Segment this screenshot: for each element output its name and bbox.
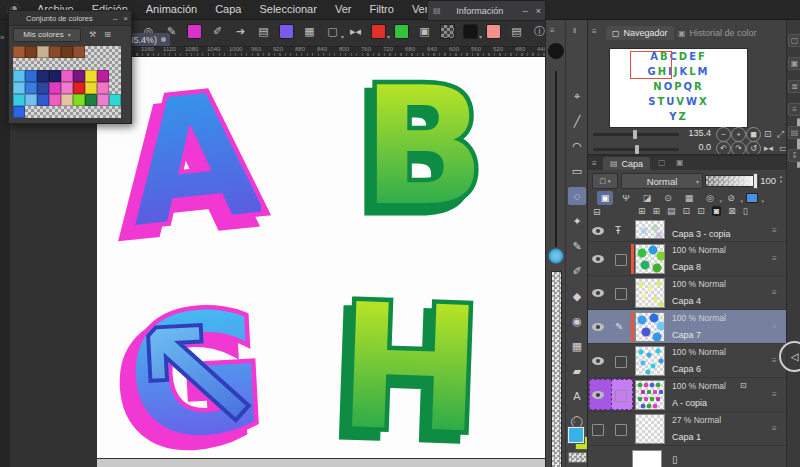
expand-left-panel-icon[interactable]: » — [0, 33, 4, 42]
color-swatch-3-1[interactable] — [25, 82, 37, 94]
draft-layer-icon[interactable]: ⊘▾ — [723, 191, 739, 205]
layer-color-icon[interactable]: ▾ — [744, 191, 760, 205]
color-set-window[interactable]: Conjunto de colores – × Mis colores ▾ ⚒ … — [8, 10, 132, 124]
color-swatch-1-0[interactable] — [13, 58, 25, 70]
layer-row-Capa 6[interactable]: 100 % NormalCapa 6≡ — [588, 344, 789, 378]
color-swatch-0-7[interactable] — [97, 46, 109, 58]
color-swatch-1-5[interactable] — [73, 58, 85, 70]
menu-item-4[interactable]: Seleccionar — [250, 0, 325, 19]
layers-icon[interactable]: ▤ — [252, 21, 275, 42]
layer-info-tab-icon[interactable]: ▣ — [676, 158, 684, 167]
color-swatch-5-6[interactable] — [85, 106, 97, 118]
decoration-tool[interactable]: ▦ — [568, 337, 586, 355]
layer-drag-handle[interactable]: ≡ — [772, 322, 777, 331]
color-swatch-4-6[interactable] — [85, 94, 97, 106]
close-button[interactable]: × — [532, 6, 545, 16]
card-icon[interactable]: ▤ — [505, 21, 528, 42]
layer-drag-handle[interactable]: ≡ — [772, 356, 777, 365]
layer-visibility-eye-icon[interactable] — [592, 323, 604, 331]
eraser-tool[interactable]: ◆ — [568, 287, 586, 305]
pink-swatch[interactable] — [482, 21, 505, 42]
opacity-stepper[interactable]: ▲▼ — [779, 174, 783, 184]
color-swatch-0-1[interactable] — [25, 46, 37, 58]
dock-item-bank-icon[interactable]: ▤ — [788, 126, 800, 139]
line-tool[interactable]: ╱ — [568, 112, 586, 130]
layer-thumbnail[interactable] — [635, 278, 665, 308]
color-swatch-4-5[interactable] — [73, 94, 85, 106]
dock-layer-property-icon[interactable]: ≡ — [788, 103, 800, 116]
layer-thumbnail[interactable] — [635, 312, 665, 342]
layer-row-Capa 7[interactable]: ✎100 % NormalCapa 7≡ — [588, 310, 789, 344]
color-swatch-3-4[interactable] — [61, 82, 73, 94]
brush-size-slider-thumb[interactable] — [548, 248, 564, 264]
layer-row-Capa 3 - copia[interactable]: ŦCapa 3 - copia≡ — [588, 220, 789, 242]
airbrush-tool[interactable]: ✐ — [568, 262, 586, 280]
layer-drag-handle[interactable]: ≡ — [772, 288, 777, 297]
zoom-in-button[interactable]: + — [731, 127, 746, 142]
color-swatch-3-0[interactable] — [13, 82, 25, 94]
color-swatch-0-2[interactable] — [37, 46, 49, 58]
color-swatch-4-2[interactable] — [37, 94, 49, 106]
layer-visibility-checkbox[interactable] — [592, 424, 604, 436]
color-swatch-3-2[interactable] — [37, 82, 49, 94]
color-swatch-0-4[interactable] — [61, 46, 73, 58]
merge-to-lower-icon[interactable]: ⊡ — [697, 206, 705, 216]
menu-icon[interactable]: ≡ — [550, 26, 555, 35]
color-swatch-4-8[interactable] — [109, 94, 121, 106]
brush-size-slider[interactable] — [555, 71, 557, 247]
color-swatch-5-3[interactable] — [49, 106, 61, 118]
color-swatch-2-7[interactable] — [97, 70, 109, 82]
purple-swatch[interactable] — [275, 21, 298, 42]
color-swatch-5-2[interactable] — [37, 106, 49, 118]
transfer-to-lower-icon[interactable]: ⊡ — [683, 206, 691, 216]
expand-icon[interactable]: ⤢ — [777, 129, 784, 140]
menu-item-3[interactable]: Capa — [206, 0, 250, 19]
save-icon[interactable]: ▣ — [413, 21, 436, 42]
red-swatch[interactable]: ▾ — [367, 21, 390, 42]
rotate-slider[interactable] — [593, 148, 679, 151]
color-swatch-1-3[interactable] — [49, 58, 61, 70]
layer-search-tab-icon[interactable]: ▢ — [658, 158, 666, 167]
layer-row-A - copia[interactable]: 100 % NormalA - copia⊡≡ — [588, 378, 789, 412]
layer-mask-icon[interactable]: ◙ — [712, 206, 721, 216]
new-layer-settings-icon[interactable]: ⊞ — [653, 206, 661, 216]
color-set-select[interactable]: Mis colores ▾ — [13, 28, 81, 42]
color-swatch-2-3[interactable] — [49, 70, 61, 82]
layer-thumbnail[interactable] — [635, 380, 665, 410]
split-view-icon[interactable]: ⊟ — [593, 207, 601, 217]
tab-navigator[interactable]: ▢ Navegador — [606, 26, 674, 40]
minimize-button[interactable]: – — [110, 14, 120, 23]
zoom-out-button[interactable]: − — [716, 127, 731, 142]
layer-drag-handle[interactable]: ≡ — [772, 254, 777, 263]
color-swatch-5-0[interactable] — [13, 106, 25, 118]
lock-transparent-icon[interactable]: Ψ — [618, 191, 634, 205]
color-swatch-5-1[interactable] — [25, 106, 37, 118]
flip-icon[interactable]: ▸◂ — [344, 21, 367, 42]
clip-to-layer-icon[interactable]: ▣ — [597, 191, 613, 205]
color-swatch-1-2[interactable] — [37, 58, 49, 70]
layer-visibility-eye-icon[interactable] — [592, 357, 604, 365]
color-swatch-0-5[interactable] — [73, 46, 85, 58]
layer-checkbox[interactable] — [615, 390, 627, 402]
sub-view-icon[interactable]: ⊡ — [764, 129, 772, 139]
color-swatch-0-3[interactable] — [49, 46, 61, 58]
layer-thumbnail[interactable] — [635, 346, 665, 376]
layer-thumbnail[interactable] — [635, 244, 665, 274]
color-swatch-3-7[interactable] — [97, 82, 109, 94]
blend-tool[interactable]: ◉ — [568, 312, 586, 330]
operation-tool[interactable]: ⌖ — [568, 87, 586, 105]
color-swatch-3-8[interactable] — [109, 82, 121, 94]
navigator-preview[interactable]: ABCDEFGHIJKLMNOPQRSTUVWXYZ — [609, 48, 748, 128]
curve-tool[interactable]: ◠ — [568, 137, 586, 155]
reference-layer-icon[interactable]: ◎▾ — [702, 191, 718, 205]
layer-opacity-thumb[interactable] — [753, 173, 758, 189]
layer-thumbnail[interactable] — [635, 220, 665, 239]
new-folder-icon[interactable]: ▤ — [667, 206, 676, 216]
color-swatch-2-0[interactable] — [13, 70, 25, 82]
color-swatch-1-4[interactable] — [61, 58, 73, 70]
delete-layer-icon[interactable]: ▯ — [743, 206, 748, 216]
tab-color-history[interactable]: ▣ Historial de color — [672, 26, 763, 40]
layer-checkbox[interactable] — [615, 356, 627, 368]
color-swatch-2-5[interactable] — [73, 70, 85, 82]
image-swatch[interactable] — [390, 21, 413, 42]
